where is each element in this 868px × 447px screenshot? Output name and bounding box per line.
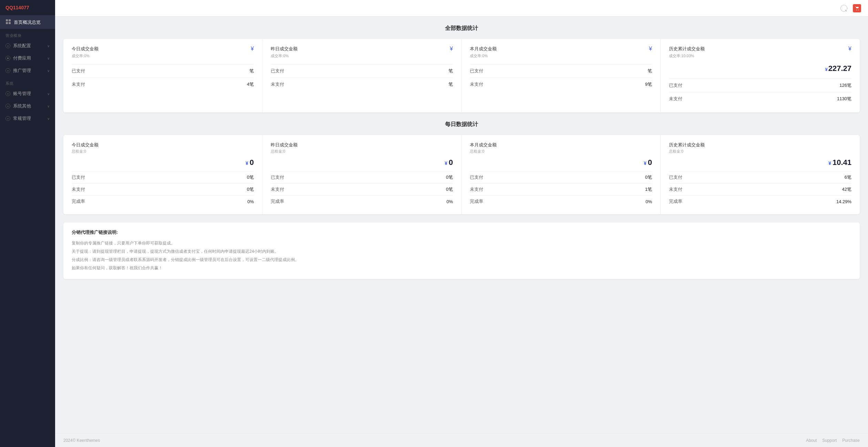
daily-stats-grid: 今日成交金额 总租金:0 ¥ 0 已支付 0笔 未支付 0笔 完成率 0% (63, 135, 860, 214)
daily-card-2-paid-value: 0笔 (645, 174, 652, 180)
svg-rect-2 (6, 22, 8, 24)
brand-name: QQ114077 (6, 5, 29, 10)
svg-rect-0 (6, 19, 8, 21)
card-1-unpaid-row: 未支付 笔 (271, 77, 453, 91)
daily-card-0-title: 今日成交金额 (72, 142, 99, 148)
card-2-unpaid-row: 未支付 9笔 (470, 77, 652, 91)
chevron-icon-promo: ∨ (47, 69, 50, 73)
card-3-value: ¥227.27 (669, 64, 851, 73)
desc-line-3: 如果你有任何疑问，获取解答！祝我们合作共赢！ (72, 264, 851, 272)
daily-card-1-completion-row: 完成率 0% (271, 195, 453, 207)
sidebar-label-payment-app: 付费应用 (13, 55, 31, 61)
card-0-subtitle: 成交率:0% (72, 53, 254, 59)
card-0-yen: ¥ (251, 46, 254, 52)
sidebar-label-sys-other: 系统其他 (13, 103, 31, 109)
daily-card-0-paid-label: 已支付 (72, 174, 85, 180)
topbar-icons (840, 4, 861, 12)
sidebar-label-routine-mgmt: 常规管理 (13, 115, 31, 122)
topbar (55, 0, 868, 17)
footer-link-support[interactable]: Support (822, 438, 837, 443)
daily-card-3-amount: 10.41 (833, 158, 851, 167)
footer-link-purchase[interactable]: Purchase (842, 438, 860, 443)
card-1-yen: ¥ (450, 46, 453, 52)
daily-card-2-amount: 0 (648, 158, 652, 167)
card-1-paid-value: 笔 (448, 68, 453, 74)
daily-card-1-amount: 0 (449, 158, 453, 167)
card-0-unpaid-label: 未支付 (72, 81, 85, 87)
card-2-unpaid-label: 未支付 (470, 81, 483, 87)
sidebar-item-system-config[interactable]: ○ 系统配置 ∨ (0, 40, 55, 52)
card-1-unpaid-value: 笔 (448, 81, 453, 87)
circle-icon-account: ○ (6, 91, 10, 96)
daily-card-2-title: 本月成交金额 (470, 142, 497, 148)
daily-card-3-unpaid-label: 未支付 (669, 186, 682, 193)
footer: 2024© Keenthemes About Support Purchase (55, 434, 868, 447)
card-2-paid-value: 笔 (648, 68, 652, 74)
circle-icon-sys-other: ○ (6, 104, 10, 108)
daily-card-3-value: ¥ 10.41 (669, 158, 851, 167)
daily-card-1-paid-label: 已支付 (271, 174, 284, 180)
daily-card-1-completion-value: 0% (446, 199, 453, 204)
chevron-icon-payment: ∨ (47, 56, 50, 60)
daily-card-3-paid-row: 已支付 6笔 (669, 171, 851, 183)
svg-rect-3 (9, 22, 11, 24)
sidebar-home-label: 首页概况总览 (14, 19, 41, 25)
sidebar-home-item[interactable]: 首页概况总览 (0, 15, 55, 29)
card-0-paid-label: 已支付 (72, 68, 85, 74)
daily-stats-title: 每日数据统计 (63, 121, 860, 128)
circle-icon-routine: ○ (6, 116, 10, 121)
card-2-subtitle: 成交率:0% (470, 53, 652, 59)
sidebar-item-account-mgmt[interactable]: ○ 账号管理 ∨ (0, 87, 55, 100)
card-2-yen: ¥ (649, 46, 652, 52)
chevron-icon-system: ∨ (47, 44, 50, 48)
sidebar-section-label-system: 系统 (0, 77, 55, 87)
all-stats-card-0: 今日成交金额 ¥ 成交率:0% 已支付 笔 未支付 4笔 (63, 39, 262, 113)
card-3-title: 历史累计成交金额 (669, 46, 705, 52)
sidebar-item-routine-mgmt[interactable]: ○ 常规管理 ∨ (0, 112, 55, 125)
daily-card-2-paid-row: 已支付 0笔 (470, 171, 652, 183)
search-icon[interactable] (840, 5, 847, 12)
desc-body: 复制你的专属推广链接，只要用户下单你即可获取提成。 关于提现：请到提现管理栏目，… (72, 239, 851, 272)
sidebar-label-system-config: 系统配置 (13, 43, 31, 49)
svg-point-5 (858, 10, 859, 10)
card-3-unpaid-row: 未支付 1130笔 (669, 92, 851, 105)
daily-card-3-completion-row: 完成率 14.29% (669, 195, 851, 207)
daily-card-2-paid-label: 已支付 (470, 174, 483, 180)
daily-card-2-completion-label: 完成率 (470, 198, 483, 205)
card-0-paid-value: 笔 (249, 68, 254, 74)
daily-card-2-completion-row: 完成率 0% (470, 195, 652, 207)
daily-card-2-unpaid-label: 未支付 (470, 186, 483, 193)
daily-card-1-subtitle: 总租金:0 (271, 149, 453, 154)
sidebar-item-payment-app[interactable]: ≡ 付费应用 ∨ (0, 52, 55, 64)
daily-card-2-value: ¥ 0 (470, 158, 652, 167)
card-2-paid-row: 已支付 笔 (470, 64, 652, 77)
all-stats-grid: 今日成交金额 ¥ 成交率:0% 已支付 笔 未支付 4笔 昨日成交金额 ¥ (63, 39, 860, 113)
footer-link-about[interactable]: About (806, 438, 817, 443)
chevron-icon-account: ∨ (47, 92, 50, 96)
card-0-unpaid-value: 4笔 (247, 81, 254, 87)
daily-card-3-unpaid-row: 未支付 42笔 (669, 183, 851, 195)
cart-icon[interactable] (853, 4, 861, 12)
sidebar-section-label-business: 营业模块 (0, 29, 55, 40)
daily-card-1-paid-value: 0笔 (446, 174, 453, 180)
daily-card-0-unpaid-value: 0笔 (247, 186, 254, 193)
daily-card-1-unpaid-value: 0笔 (446, 186, 453, 193)
all-stats-card-2: 本月成交金额 ¥ 成交率:0% 已支付 笔 未支付 9笔 (462, 39, 661, 113)
daily-card-3: 历史累计成交金额 总租金:0 ¥ 10.41 已支付 6笔 未支付 42笔 完成… (661, 135, 860, 214)
card-1-paid-label: 已支付 (271, 68, 284, 74)
card-3-amount: 227.27 (828, 64, 851, 73)
card-3-subtitle: 成交率:10.03% (669, 53, 851, 59)
desc-line-1: 关于提现：请到提现管理栏目，申请提现，提现方式为微信成者支付宝，任何时间内申请提… (72, 247, 851, 256)
desc-title: 分销代理推广链接说明: (72, 229, 851, 236)
chevron-icon-sys-other: ∨ (47, 104, 50, 108)
card-0-unpaid-row: 未支付 4笔 (72, 77, 254, 91)
card-3-unpaid-label: 未支付 (669, 96, 682, 102)
svg-point-4 (856, 10, 857, 10)
card-0-title: 今日成交金额 (72, 46, 99, 52)
daily-card-2-subtitle: 总租金:0 (470, 149, 652, 154)
chevron-icon-routine: ∨ (47, 117, 50, 121)
sidebar-item-sys-other[interactable]: ○ 系统其他 ∨ (0, 100, 55, 112)
daily-card-1-paid-row: 已支付 0笔 (271, 171, 453, 183)
sidebar-item-promo-mgmt[interactable]: ○ 推广管理 ∨ (0, 64, 55, 77)
all-stats-card-3: 历史累计成交金额 ¥ 成交率:10.03% ¥227.27 已支付 126笔 未… (661, 39, 860, 113)
